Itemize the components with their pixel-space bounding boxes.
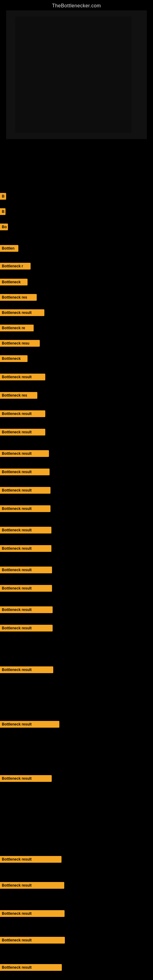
bottleneck-bar: Bottleneck result [0, 585, 52, 592]
bottleneck-bar-row: B [0, 193, 6, 200]
bottleneck-bar-row: Bottleneck result [0, 721, 59, 728]
bottleneck-bar-row: Bottleneck resu [0, 340, 40, 347]
bottleneck-bar: Bottleneck result [0, 856, 62, 863]
bottleneck-bar-row: Bottleneck result [0, 469, 49, 475]
bottleneck-bar-row: Bottleneck res [0, 392, 37, 399]
bottleneck-bar-row: Bottleneck result [0, 545, 51, 552]
bottleneck-bar: Bottleneck res [0, 294, 37, 301]
site-title: TheBottlenecker.com [0, 0, 153, 10]
svg-rect-2 [15, 16, 132, 133]
bottleneck-bar-row: Bottleneck [0, 279, 27, 285]
bottleneck-bar-row: Bottleneck result [0, 625, 53, 632]
bottleneck-bar-row: Bottleneck result [0, 410, 45, 417]
bottleneck-bar: Bottleneck result [0, 882, 64, 889]
bottleneck-bar-row: Bottleneck [0, 355, 27, 362]
bottleneck-bar: Bottlen [0, 245, 18, 252]
main-chart [6, 10, 147, 139]
bottleneck-bar: Bottleneck result [0, 487, 51, 494]
bottleneck-bar-row: Bottleneck re [0, 325, 33, 331]
bottleneck-bar-row: Bottleneck result [0, 429, 45, 436]
bottleneck-bar: Bottleneck res [0, 392, 37, 399]
bottleneck-bar: Bottleneck result [0, 505, 51, 512]
bottleneck-bar-row: Bottleneck result [0, 450, 49, 457]
bottleneck-bar-row: Bottlen [0, 245, 18, 252]
bottleneck-bar: Bottleneck result [0, 721, 59, 728]
bottleneck-bar: Bottleneck result [0, 937, 65, 943]
bottleneck-bar-row: Bottleneck result [0, 910, 65, 917]
bottleneck-bar: Bottleneck [0, 279, 27, 285]
bottleneck-bar: B [0, 193, 6, 200]
bottleneck-bar: Bottleneck result [0, 775, 52, 782]
bottleneck-bar: Bottleneck result [0, 625, 53, 632]
bottleneck-bar: Bottleneck result [0, 527, 51, 533]
bottleneck-bar: Bottleneck [0, 355, 27, 362]
bottleneck-bar-row: Bottleneck result [0, 775, 52, 782]
bottleneck-bar: Bottleneck result [0, 309, 45, 316]
bottleneck-bar-row: Bottleneck result [0, 882, 64, 889]
bottleneck-bar-row: Bottleneck r [0, 263, 30, 269]
bottleneck-bar: Bottleneck re [0, 325, 33, 331]
bottleneck-bar-row: B [0, 208, 5, 215]
bottleneck-bar-row: Bo [0, 224, 8, 230]
bottleneck-bar: Bottleneck result [0, 469, 49, 475]
bottleneck-bar-row: Bottleneck result [0, 585, 52, 592]
bottleneck-bar-row: Bottleneck result [0, 566, 52, 573]
bottleneck-bar: Bottleneck result [0, 606, 53, 613]
bottleneck-bar: Bottleneck result [0, 374, 45, 380]
bottleneck-bar-row: Bottleneck result [0, 527, 51, 533]
bottleneck-bar-row: Bottleneck result [0, 667, 53, 673]
bottleneck-bar: Bottleneck result [0, 667, 53, 673]
bottleneck-bar: Bottleneck result [0, 545, 51, 552]
bottleneck-bar: Bottleneck r [0, 263, 30, 269]
bottleneck-bar-row: Bottleneck res [0, 294, 37, 301]
chart-svg [6, 10, 147, 139]
bottleneck-bar-row: Bottleneck result [0, 606, 53, 613]
bottleneck-bar-row: Bottleneck result [0, 964, 62, 971]
bottleneck-bar: Bottleneck result [0, 429, 45, 436]
bottleneck-bar: Bottleneck resu [0, 340, 40, 347]
bottleneck-bar-row: Bottleneck result [0, 374, 45, 380]
bottleneck-bar-row: Bottleneck result [0, 856, 62, 863]
bottleneck-bar: Bottleneck result [0, 910, 65, 917]
bottleneck-bar-row: Bottleneck result [0, 937, 65, 943]
bottleneck-bar: Bottleneck result [0, 410, 45, 417]
bottleneck-bar: Bottleneck result [0, 566, 52, 573]
bottleneck-bar: Bo [0, 224, 8, 230]
bottleneck-bar: B [0, 208, 5, 215]
bottleneck-bar-row: Bottleneck result [0, 309, 45, 316]
bottleneck-bar: Bottleneck result [0, 964, 62, 971]
bottleneck-bar-row: Bottleneck result [0, 487, 51, 494]
bottleneck-bar-row: Bottleneck result [0, 505, 51, 512]
bottleneck-bar: Bottleneck result [0, 450, 49, 457]
